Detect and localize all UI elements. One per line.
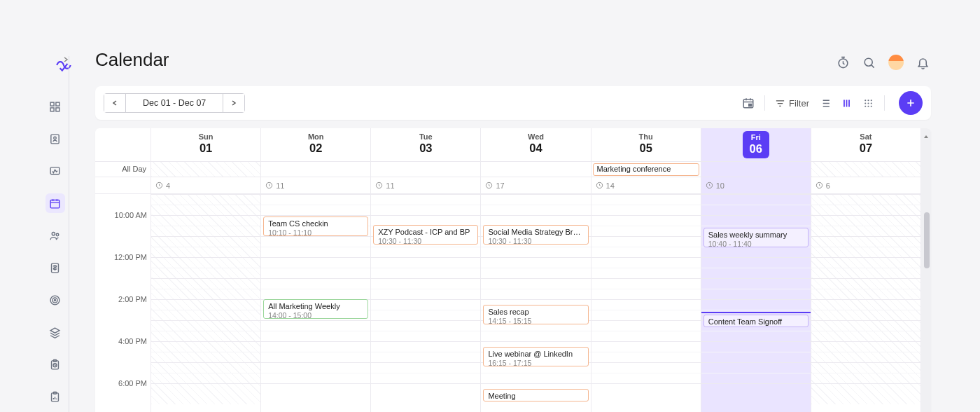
day-number: 06 bbox=[750, 142, 762, 156]
time-label: 6:00 PM bbox=[95, 379, 151, 387]
nav-dashboard-icon[interactable] bbox=[46, 97, 65, 116]
calendar-event[interactable]: Social Media Strategy Brain... 10:30 - 1… bbox=[483, 225, 588, 245]
svg-point-30 bbox=[867, 105, 869, 107]
current-time-indicator bbox=[701, 312, 811, 313]
event-time: 10:10 - 11:10 bbox=[268, 228, 363, 237]
scroll-thumb[interactable] bbox=[924, 212, 930, 268]
nav-target-icon[interactable] bbox=[46, 290, 65, 310]
next-week-button[interactable] bbox=[223, 94, 244, 112]
sidebar-expand-icon[interactable] bbox=[62, 56, 69, 63]
event-title: All Marketing Weekly bbox=[268, 302, 363, 310]
add-event-button[interactable] bbox=[899, 91, 923, 115]
nav-contact-icon[interactable] bbox=[46, 129, 65, 149]
day-column-thu[interactable]: Thu05 Marketing conference 14 bbox=[592, 128, 701, 412]
event-title: XZY Podcast - ICP and BP bbox=[378, 228, 473, 236]
svg-rect-3 bbox=[56, 107, 59, 111]
clock-icon bbox=[485, 181, 493, 189]
day-of-week: Sat bbox=[811, 132, 920, 141]
calendar-event[interactable]: Content Team Signoff bbox=[704, 315, 808, 327]
day-column-sat[interactable]: Sat07 6 bbox=[811, 128, 921, 412]
nav-clipboard-clock-icon[interactable] bbox=[46, 355, 65, 374]
time-label: 12:00 PM bbox=[95, 253, 151, 261]
nav-layers-icon[interactable] bbox=[46, 322, 65, 342]
time-label: 4:00 PM bbox=[95, 337, 151, 345]
svg-point-27 bbox=[867, 102, 869, 104]
event-title: Content Team Signoff bbox=[708, 317, 804, 326]
avatar[interactable] bbox=[888, 55, 904, 70]
day-number: 03 bbox=[371, 142, 480, 155]
event-count: 14 bbox=[606, 181, 615, 190]
nav-invoice-icon[interactable] bbox=[46, 258, 65, 277]
event-count: 6 bbox=[826, 181, 830, 190]
view-list-icon[interactable] bbox=[819, 97, 831, 109]
day-column-mon[interactable]: Mon02 11 Te bbox=[261, 128, 371, 412]
day-of-week: Wed bbox=[481, 132, 590, 141]
scrollbar[interactable] bbox=[921, 128, 931, 412]
clock-icon[interactable] bbox=[836, 56, 850, 69]
event-title: Sales weekly summary bbox=[708, 231, 804, 239]
svg-rect-7 bbox=[50, 200, 59, 207]
view-columns-icon[interactable] bbox=[841, 97, 853, 109]
allday-label: All Day bbox=[95, 162, 150, 177]
toolbar: Dec 01 - Dec 07 Filter bbox=[95, 86, 931, 120]
svg-point-8 bbox=[52, 232, 55, 235]
day-number: 02 bbox=[261, 142, 370, 155]
svg-point-28 bbox=[871, 102, 872, 104]
day-column-wed[interactable]: Wed04 17 So bbox=[481, 128, 591, 412]
svg-point-12 bbox=[52, 297, 57, 302]
clock-icon bbox=[265, 181, 273, 189]
calendar-event[interactable]: Team CS checkin 10:10 - 11:10 bbox=[263, 217, 368, 236]
svg-point-24 bbox=[867, 99, 869, 101]
clock-icon bbox=[706, 181, 713, 189]
svg-rect-1 bbox=[56, 102, 59, 106]
event-title: Social Media Strategy Brain... bbox=[488, 228, 583, 236]
date-nav: Dec 01 - Dec 07 bbox=[104, 93, 245, 113]
day-number: 04 bbox=[481, 142, 590, 155]
filter-button[interactable]: Filter bbox=[775, 98, 809, 109]
clock-icon bbox=[816, 181, 823, 189]
event-time: 14:15 - 15:15 bbox=[488, 317, 583, 325]
nav-activity-icon[interactable] bbox=[46, 161, 65, 181]
calendar-event[interactable]: All Marketing Weekly 14:00 - 15:00 bbox=[263, 299, 368, 319]
search-icon[interactable] bbox=[862, 56, 876, 69]
date-range-label[interactable]: Dec 01 - Dec 07 bbox=[125, 94, 223, 112]
calendar-picker-icon[interactable] bbox=[742, 97, 755, 109]
event-title: Team CS checkin bbox=[268, 219, 363, 228]
filter-label: Filter bbox=[789, 98, 809, 109]
page-title: Calendar bbox=[95, 49, 931, 71]
day-number: 01 bbox=[151, 142, 260, 155]
nav-calendar-icon[interactable] bbox=[46, 193, 65, 213]
view-grid-icon[interactable] bbox=[862, 97, 874, 109]
day-number: 07 bbox=[811, 142, 920, 155]
day-column-sun[interactable]: Sun01 4 bbox=[151, 128, 261, 412]
day-of-week: Thu bbox=[592, 132, 701, 141]
svg-point-29 bbox=[864, 105, 866, 107]
calendar-event[interactable]: XZY Podcast - ICP and BP 10:30 - 11:30 bbox=[373, 225, 478, 245]
event-time: 14:00 - 15:00 bbox=[268, 311, 363, 320]
event-title: Sales recap bbox=[488, 308, 583, 316]
event-count: 11 bbox=[386, 181, 394, 190]
prev-week-button[interactable] bbox=[104, 94, 125, 112]
calendar-event[interactable]: Live webinar @ LinkedIn 16:15 - 17:15 bbox=[483, 347, 588, 366]
event-time: 10:40 - 11:40 bbox=[708, 240, 804, 248]
calendar-event[interactable]: Sales weekly summary 10:40 - 11:40 bbox=[704, 228, 808, 247]
clock-icon bbox=[375, 181, 383, 189]
bell-icon[interactable] bbox=[916, 56, 930, 69]
event-time: 10:30 - 11:30 bbox=[378, 237, 473, 245]
svg-rect-0 bbox=[50, 102, 54, 106]
day-column-fri[interactable]: Fri06 10 Sa bbox=[701, 128, 811, 412]
calendar-event[interactable]: Sales recap 14:15 - 15:15 bbox=[483, 305, 588, 324]
nav-report-icon[interactable] bbox=[46, 387, 65, 406]
day-column-tue[interactable]: Tue03 11 XZ bbox=[371, 128, 481, 412]
event-count: 10 bbox=[716, 181, 724, 190]
nav-team-icon[interactable] bbox=[46, 226, 65, 245]
svg-rect-2 bbox=[50, 107, 54, 111]
time-label: 10:00 AM bbox=[95, 211, 151, 219]
event-count: 4 bbox=[166, 181, 170, 190]
svg-point-20 bbox=[864, 58, 872, 66]
calendar-event[interactable]: Meeting bbox=[483, 389, 588, 401]
calendar-grid: All Day 10:00 AM 12:00 PM 2:00 PM 4:00 P… bbox=[95, 128, 931, 412]
allday-event[interactable]: Marketing conference bbox=[593, 163, 699, 176]
day-of-week: Mon bbox=[261, 132, 370, 141]
svg-point-5 bbox=[54, 137, 57, 139]
